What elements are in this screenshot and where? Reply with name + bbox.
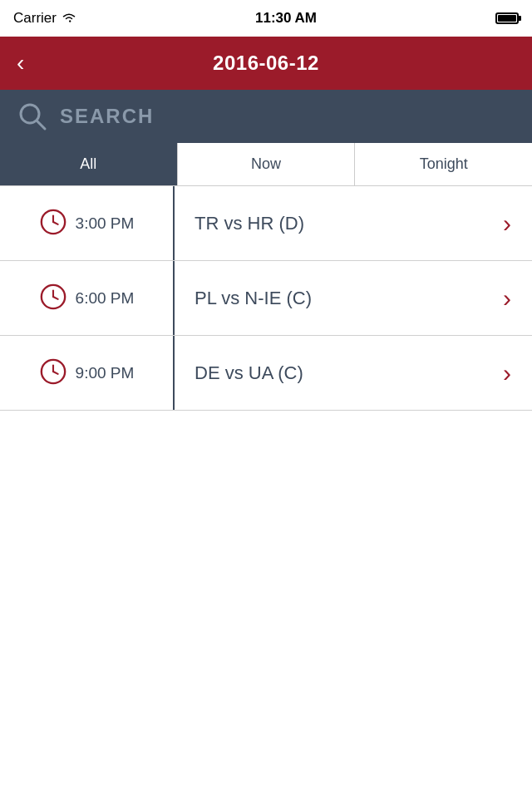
match-row: 3:00 PM TR vs HR (D) › bbox=[0, 186, 532, 261]
chevron-right-icon: › bbox=[503, 359, 511, 387]
svg-line-4 bbox=[53, 222, 58, 224]
match-time: 3:00 PM bbox=[76, 214, 135, 233]
carrier-name: Carrier bbox=[13, 10, 57, 27]
search-icon bbox=[17, 101, 48, 132]
tab-tonight[interactable]: Tonight bbox=[355, 143, 532, 185]
tab-all[interactable]: All bbox=[0, 143, 178, 185]
search-bar[interactable]: SEARCH bbox=[0, 90, 532, 143]
clock-icon bbox=[39, 283, 67, 314]
match-name: TR vs HR (D) bbox=[175, 213, 482, 234]
carrier-info: Carrier bbox=[13, 10, 76, 27]
wifi-icon bbox=[62, 12, 76, 26]
svg-line-7 bbox=[53, 297, 58, 299]
match-time: 6:00 PM bbox=[76, 289, 135, 308]
match-time-cell: 3:00 PM bbox=[0, 186, 175, 260]
match-time-cell: 9:00 PM bbox=[0, 336, 175, 410]
nav-title: 2016-06-12 bbox=[213, 52, 319, 75]
match-row: 9:00 PM DE vs UA (C) › bbox=[0, 336, 532, 411]
filter-tabs: All Now Tonight bbox=[0, 143, 532, 186]
nav-header: ‹ 2016-06-12 bbox=[0, 37, 532, 90]
battery-indicator bbox=[495, 12, 519, 24]
match-row: 6:00 PM PL vs N-IE (C) › bbox=[0, 261, 532, 336]
match-detail-button[interactable]: › bbox=[482, 209, 532, 238]
clock-icon bbox=[39, 208, 67, 239]
status-bar: Carrier 11:30 AM bbox=[0, 0, 532, 37]
match-list: 3:00 PM TR vs HR (D) › 6:00 PM PL vs N-I… bbox=[0, 186, 532, 411]
match-time: 9:00 PM bbox=[76, 364, 135, 382]
tab-now[interactable]: Now bbox=[178, 143, 356, 185]
status-time: 11:30 AM bbox=[255, 10, 317, 27]
match-name: PL vs N-IE (C) bbox=[175, 288, 482, 309]
match-detail-button[interactable]: › bbox=[482, 359, 532, 387]
match-name: DE vs UA (C) bbox=[175, 362, 482, 384]
svg-line-10 bbox=[53, 372, 58, 374]
match-detail-button[interactable]: › bbox=[482, 284, 532, 313]
chevron-right-icon: › bbox=[503, 284, 511, 313]
search-placeholder: SEARCH bbox=[60, 105, 154, 128]
chevron-right-icon: › bbox=[503, 209, 511, 238]
svg-line-1 bbox=[37, 121, 45, 129]
back-button[interactable]: ‹ bbox=[17, 52, 24, 75]
match-time-cell: 6:00 PM bbox=[0, 261, 175, 335]
clock-icon bbox=[39, 357, 67, 389]
